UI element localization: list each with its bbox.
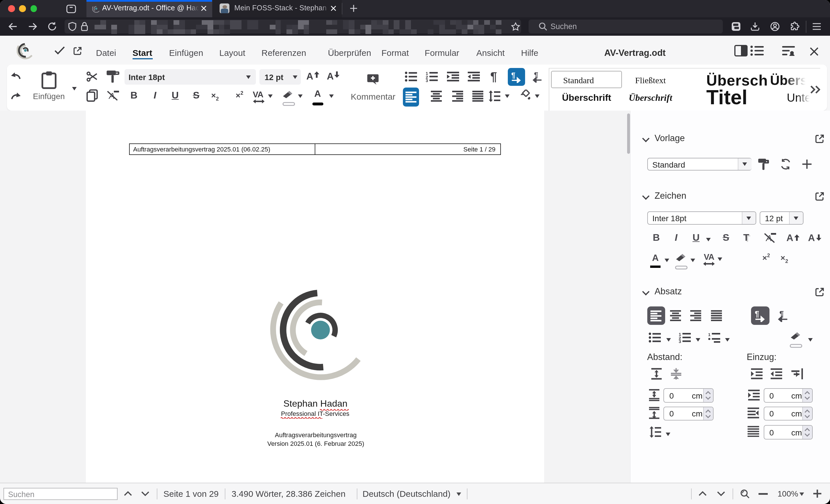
svg-text:1: 1 <box>708 332 710 337</box>
svg-text:¶: ¶ <box>755 309 759 318</box>
svg-text:3: 3 <box>679 339 681 343</box>
svg-text:¶: ¶ <box>511 71 515 79</box>
svg-text:3: 3 <box>426 78 428 82</box>
